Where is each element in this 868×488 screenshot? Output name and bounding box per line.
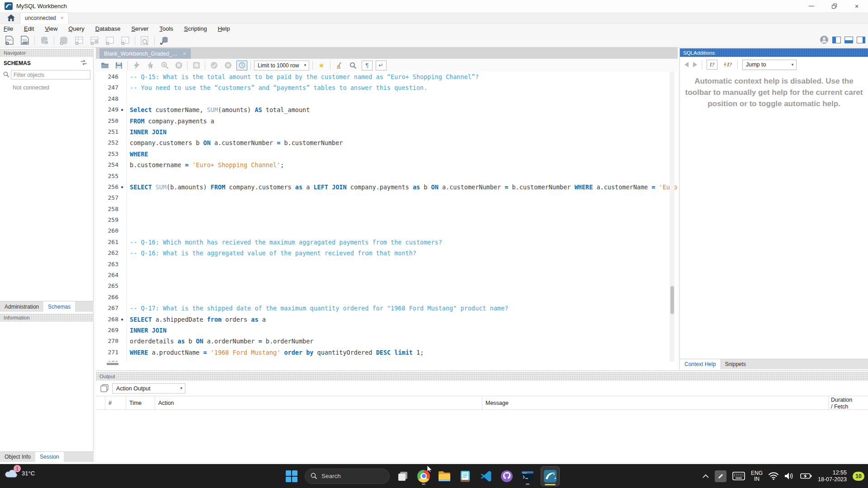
save-script-icon[interactable] bbox=[113, 61, 124, 70]
code-line-250[interactable]: 250FROM company.payments a bbox=[96, 116, 678, 127]
tab-session[interactable]: Session bbox=[35, 452, 64, 462]
task-view-button[interactable] bbox=[395, 467, 410, 485]
output-view-select[interactable]: Action Output ▼ bbox=[112, 383, 185, 394]
tab-unconnected[interactable]: unconnected × bbox=[20, 12, 69, 23]
open-script-icon[interactable] bbox=[99, 61, 110, 70]
code-line-247[interactable]: 247-- You need to use the “customers” an… bbox=[96, 82, 678, 93]
notification-count-badge[interactable]: 10 bbox=[853, 472, 864, 481]
code-line-256[interactable]: 256●SELECT SUM(b.amounts) FROM company.c… bbox=[96, 182, 678, 192]
menu-scripting[interactable]: Scripting bbox=[184, 25, 207, 32]
editor-tab-close-icon[interactable]: × bbox=[183, 51, 186, 57]
search-box[interactable]: Search bbox=[305, 469, 390, 484]
menu-help[interactable]: Help bbox=[218, 25, 230, 32]
toggle-automatic-context-help-icon[interactable]: I? bbox=[722, 60, 733, 70]
code-line-261[interactable]: 261-- Q-16: Which month has recieved the… bbox=[96, 237, 678, 248]
mysql-cli-icon[interactable]: MySQL bbox=[520, 467, 535, 485]
save-snippet-icon[interactable]: ★ bbox=[316, 61, 327, 70]
tab-snippets[interactable]: Snippets bbox=[720, 359, 750, 369]
notepad-icon[interactable] bbox=[458, 467, 473, 485]
code-line-246[interactable]: 246-- Q-15: What is the total amount to … bbox=[96, 71, 678, 82]
reconnect-icon[interactable] bbox=[80, 60, 87, 66]
menu-query[interactable]: Query bbox=[68, 25, 84, 32]
menu-view[interactable]: View bbox=[45, 25, 57, 32]
toggle-word-wrap-icon[interactable]: ↵ bbox=[376, 61, 387, 70]
toggle-output-area-icon[interactable] bbox=[844, 37, 853, 43]
tab-blank-workbench-graded[interactable]: Blank_Workbench_Graded_… × bbox=[99, 48, 191, 59]
code-line-269[interactable]: 269INNER JOIN bbox=[96, 325, 678, 336]
code-line-270[interactable]: 270orderdetails as b ON a.orderNumber = … bbox=[96, 336, 678, 347]
code-line-266[interactable]: 266 bbox=[96, 292, 678, 303]
battery-charging-icon[interactable] bbox=[800, 473, 812, 479]
vscode-icon[interactable] bbox=[478, 467, 494, 485]
code-line-257[interactable]: 257 bbox=[96, 192, 678, 203]
toggle-secondary-sidebar-icon[interactable] bbox=[857, 37, 865, 43]
forward-icon[interactable] bbox=[693, 62, 697, 67]
account-icon[interactable] bbox=[820, 35, 829, 44]
manage-connections-button[interactable] bbox=[158, 35, 170, 46]
minimize-button[interactable] bbox=[800, 0, 823, 12]
restore-button[interactable] bbox=[823, 0, 845, 12]
code-line-248[interactable]: 248 bbox=[96, 94, 678, 104]
start-button[interactable] bbox=[284, 467, 299, 485]
editor-horizontal-scrollbar[interactable] bbox=[107, 363, 118, 365]
editor-vertical-scrollbar[interactable] bbox=[670, 71, 675, 361]
close-button[interactable]: × bbox=[845, 0, 868, 12]
clock[interactable]: 12:55 18-07-2023 bbox=[818, 469, 847, 483]
code-line-262[interactable]: 262-- Q-16: What is the aggregated value… bbox=[96, 248, 678, 258]
code-area[interactable]: 246-- Q-15: What is the total amount to … bbox=[96, 71, 678, 361]
code-line-272[interactable]: 272 bbox=[96, 358, 678, 361]
code-line-271[interactable]: 271WHERE a.productName = '1968 Ford Must… bbox=[96, 347, 678, 358]
code-line-249[interactable]: 249●Select customerName, SUM(amounts) AS… bbox=[96, 104, 678, 115]
menu-database[interactable]: Database bbox=[95, 25, 121, 32]
code-line-268[interactable]: 268●SELECT a.shippedDate from orders as … bbox=[96, 314, 678, 325]
jump-to-select[interactable]: Jump to ▼ bbox=[742, 60, 797, 70]
beautify-script-icon[interactable] bbox=[334, 61, 344, 70]
tab-context-help[interactable]: Context Help bbox=[680, 359, 720, 369]
chevron-up-icon[interactable] bbox=[703, 474, 709, 478]
filter-objects-input[interactable] bbox=[11, 70, 90, 80]
toggle-invisible-characters-icon[interactable]: ¶ bbox=[362, 61, 373, 70]
code-line-260[interactable]: 260 bbox=[96, 225, 678, 236]
manual-context-help-icon[interactable]: I? bbox=[707, 60, 717, 70]
code-line-255[interactable]: 255 bbox=[96, 171, 678, 182]
code-line-267[interactable]: 267-- Q-17: What is the shipped date of … bbox=[96, 303, 678, 314]
volume-icon[interactable] bbox=[784, 472, 794, 480]
tab-object-info[interactable]: Object Info bbox=[0, 452, 35, 462]
home-tab[interactable] bbox=[3, 12, 19, 23]
tab-close-icon[interactable]: × bbox=[61, 15, 64, 21]
open-sql-script-button[interactable]: SQL bbox=[19, 35, 31, 46]
code-line-258[interactable]: 258 bbox=[96, 204, 678, 215]
toggle-sidebar-icon[interactable] bbox=[832, 37, 841, 43]
weather-widget[interactable]: 1 31°C bbox=[5, 468, 35, 479]
code-line-264[interactable]: 264 bbox=[96, 270, 678, 281]
menu-file[interactable]: File bbox=[4, 25, 13, 32]
tab-administration[interactable]: Administration bbox=[0, 301, 43, 312]
menu-server[interactable]: Server bbox=[131, 25, 148, 32]
scrollbar-thumb[interactable] bbox=[670, 286, 674, 314]
new-sql-tab-button[interactable]: SQL bbox=[4, 35, 15, 46]
file-explorer-icon[interactable] bbox=[437, 467, 452, 485]
menu-edit[interactable]: Edit bbox=[24, 25, 34, 32]
row-limit-select[interactable]: Limit to 1000 row ▼ bbox=[254, 61, 309, 70]
line-number: 250 bbox=[96, 116, 118, 127]
toggle-autocommit-icon[interactable] bbox=[236, 61, 247, 70]
back-icon[interactable] bbox=[684, 62, 689, 67]
menu-tools[interactable]: Tools bbox=[160, 25, 173, 32]
github-desktop-icon[interactable] bbox=[499, 467, 514, 485]
pen-input-icon[interactable] bbox=[715, 470, 726, 482]
code-line-252[interactable]: 252company.customers b ON a.customerNumb… bbox=[96, 137, 678, 148]
mysql-workbench-icon-active[interactable] bbox=[541, 466, 560, 486]
code-line-253[interactable]: 253WHERE bbox=[96, 149, 678, 160]
wifi-icon[interactable] bbox=[769, 472, 778, 480]
column-divider bbox=[155, 396, 155, 410]
code-line-263[interactable]: 263 bbox=[96, 259, 678, 270]
code-line-259[interactable]: 259 bbox=[96, 215, 678, 225]
tab-schemas[interactable]: Schemas bbox=[43, 301, 75, 312]
code-line-265[interactable]: 265 bbox=[96, 281, 678, 291]
code-line-254[interactable]: 254b.customername = 'Euro+ Shopping Chan… bbox=[96, 160, 678, 170]
language-indicator[interactable]: ENG IN bbox=[751, 470, 763, 482]
find-icon[interactable] bbox=[348, 61, 359, 70]
code-line-251[interactable]: 251INNER JOIN bbox=[96, 127, 678, 137]
chrome-taskbar-icon[interactable] bbox=[416, 467, 431, 485]
touch-keyboard-icon[interactable] bbox=[732, 472, 745, 480]
